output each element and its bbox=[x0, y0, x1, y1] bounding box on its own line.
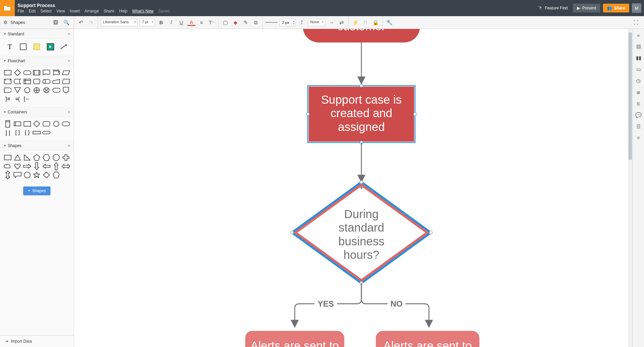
line-width-input[interactable] bbox=[280, 19, 291, 26]
close-icon[interactable]: × bbox=[68, 143, 70, 148]
feature-find[interactable]: 🔭 Feature Find bbox=[535, 6, 570, 10]
sh-arrow-lr[interactable] bbox=[61, 162, 70, 170]
image-icon[interactable]: 🖼 bbox=[51, 19, 60, 27]
node-decision[interactable]: + Duringstandardbusinesshours? bbox=[290, 180, 432, 284]
wrench-icon[interactable]: 🔧 bbox=[385, 19, 393, 27]
master-icon[interactable]: ☲ bbox=[635, 123, 643, 131]
italic-button[interactable]: I bbox=[167, 19, 175, 27]
sh-heart[interactable] bbox=[13, 162, 22, 170]
shape-options-button[interactable]: ⧉ bbox=[252, 19, 260, 27]
section-flowchart[interactable]: ▼Flowchart× bbox=[0, 56, 74, 66]
fc-storeddata[interactable] bbox=[13, 77, 22, 85]
bolt-icon[interactable]: ⚡ bbox=[351, 19, 359, 27]
close-icon[interactable]: × bbox=[68, 58, 70, 64]
border-button[interactable]: ▢ bbox=[221, 19, 229, 27]
text-shape[interactable]: T bbox=[3, 42, 16, 52]
fc-offpage[interactable] bbox=[61, 86, 70, 94]
line-width-stepper[interactable]: ▴▾ bbox=[280, 19, 296, 26]
comments-icon[interactable]: 💬 bbox=[635, 111, 643, 119]
menu-insert[interactable]: Insert bbox=[70, 9, 80, 13]
block-shape[interactable] bbox=[17, 42, 30, 52]
sh-octagon[interactable] bbox=[52, 153, 61, 162]
fc-io[interactable] bbox=[61, 69, 70, 77]
align-button[interactable]: ≡ bbox=[198, 19, 206, 27]
menu-arrange[interactable]: Arrange bbox=[84, 9, 99, 13]
font-select[interactable]: Liberation Sans bbox=[101, 19, 138, 26]
text-color-button[interactable]: A bbox=[187, 19, 195, 26]
font-size-select[interactable]: 7 pt bbox=[140, 19, 155, 26]
ct-swim-h[interactable] bbox=[13, 120, 22, 128]
gear-icon[interactable]: ✲ bbox=[3, 20, 8, 26]
fc-predef[interactable] bbox=[32, 69, 41, 77]
menu-file[interactable]: File bbox=[17, 9, 24, 13]
vertical-scrollbar[interactable] bbox=[628, 29, 633, 347]
fc-bracket[interactable]: [← bbox=[23, 95, 32, 103]
fc-decision[interactable] bbox=[13, 69, 22, 77]
sh-cloud[interactable] bbox=[3, 162, 12, 170]
sh-arrow-l[interactable] bbox=[42, 162, 51, 170]
fullscreen-button[interactable]: ⛶ bbox=[632, 19, 640, 27]
presentation-icon[interactable]: ▭ bbox=[635, 65, 643, 73]
fc-process[interactable] bbox=[3, 69, 12, 77]
redo-button[interactable]: ↷ bbox=[87, 19, 95, 27]
note-shape[interactable] bbox=[30, 42, 43, 52]
fc-or[interactable] bbox=[32, 86, 41, 94]
fc-seqdata[interactable] bbox=[32, 77, 41, 85]
menu-select[interactable]: Select bbox=[40, 9, 51, 13]
section-shapes[interactable]: ▼Shapes× bbox=[0, 141, 74, 151]
avatar[interactable]: M bbox=[632, 3, 641, 13]
arrow-start-select[interactable]: None bbox=[308, 19, 325, 26]
fc-sumjunction[interactable] bbox=[42, 86, 51, 94]
document-title[interactable]: Support Process bbox=[17, 3, 535, 8]
fc-multidoc[interactable] bbox=[52, 69, 61, 77]
line-color-button[interactable]: ✎ bbox=[242, 19, 250, 27]
menu-help[interactable]: Help bbox=[119, 9, 128, 13]
page-settings-icon[interactable]: ⎘ bbox=[635, 100, 643, 108]
fc-directdata[interactable] bbox=[42, 77, 51, 85]
ct-brace-l[interactable]: | | bbox=[3, 129, 12, 137]
ct-circle[interactable] bbox=[52, 120, 61, 128]
arrow-end-button[interactable]: → bbox=[327, 19, 335, 27]
magnet-icon[interactable]: ⊓ bbox=[361, 19, 369, 27]
line-shape[interactable] bbox=[58, 42, 70, 52]
lock-icon[interactable]: 🔒 bbox=[371, 19, 380, 27]
node-yes-result[interactable]: Alerts are sent to bbox=[245, 331, 345, 347]
sh-arrow-u[interactable] bbox=[52, 162, 61, 170]
fc-internal[interactable] bbox=[23, 77, 32, 85]
history-icon[interactable]: ◷ bbox=[635, 77, 643, 85]
scroll-thumb[interactable] bbox=[629, 32, 632, 160]
node-process[interactable]: Support case iscreated andassigned bbox=[306, 84, 417, 144]
sh-hexagon[interactable] bbox=[42, 153, 51, 162]
hotspot-shape[interactable] bbox=[44, 42, 57, 52]
sh-rect[interactable] bbox=[3, 153, 12, 162]
fc-data2[interactable] bbox=[3, 77, 12, 85]
sh-arrow-r[interactable] bbox=[23, 162, 32, 170]
underline-button[interactable]: U bbox=[177, 19, 185, 27]
undo-button[interactable]: ↶ bbox=[77, 19, 85, 27]
fc-display[interactable] bbox=[52, 86, 61, 94]
fc-brace[interactable]: }≡ bbox=[3, 95, 12, 103]
actions-icon[interactable]: ✧ bbox=[635, 134, 643, 142]
fc-delay[interactable] bbox=[3, 86, 12, 94]
ct-round[interactable] bbox=[42, 120, 51, 128]
bold-button[interactable]: B bbox=[157, 19, 165, 27]
menu-share[interactable]: Share bbox=[104, 9, 114, 13]
close-icon[interactable]: × bbox=[68, 109, 70, 115]
section-standard[interactable]: ▼Standard× bbox=[0, 29, 74, 39]
sh-callout[interactable] bbox=[13, 171, 22, 179]
sh-arrow-d[interactable] bbox=[32, 162, 41, 170]
share-button[interactable]: 👥 Share bbox=[603, 4, 629, 12]
page-icon[interactable]: ▤ bbox=[635, 42, 643, 50]
ct-rect3[interactable] bbox=[42, 129, 51, 137]
node-top-terminator[interactable]: customer bbox=[303, 29, 420, 42]
add-shapes-button[interactable]: +Shapes bbox=[23, 186, 51, 195]
section-containers[interactable]: ▼Containers× bbox=[0, 107, 74, 117]
sh-star[interactable] bbox=[32, 171, 41, 179]
fc-note[interactable]: ≡{ bbox=[13, 95, 22, 103]
fc-connector[interactable] bbox=[23, 86, 32, 94]
slides-icon[interactable]: ▮▮ bbox=[635, 54, 643, 62]
search-icon[interactable]: 🔍 bbox=[62, 19, 70, 27]
fc-card[interactable] bbox=[61, 77, 70, 85]
line-route-button[interactable]: ⤴ bbox=[298, 19, 306, 27]
ct-diamond[interactable] bbox=[32, 120, 41, 128]
